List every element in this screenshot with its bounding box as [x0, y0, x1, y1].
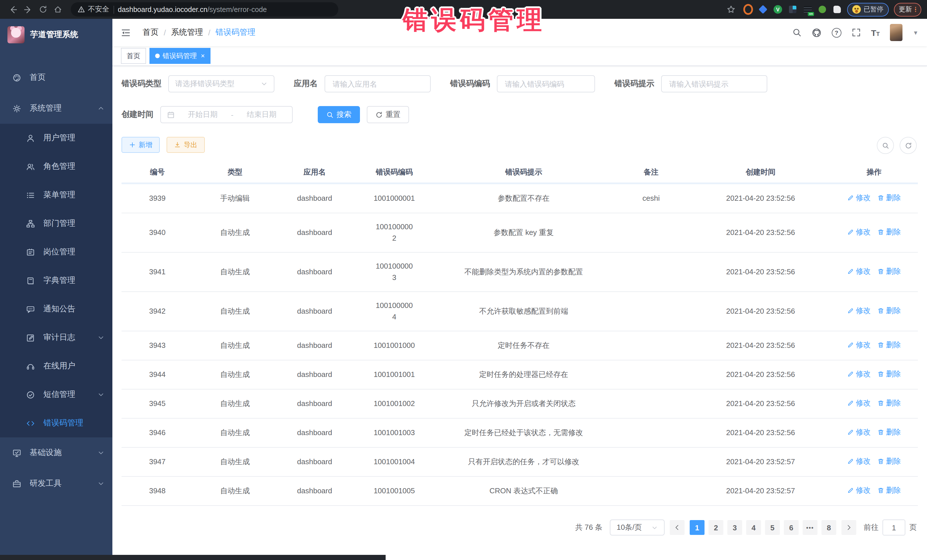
- user-avatar[interactable]: [890, 24, 903, 41]
- next-page-button[interactable]: [842, 520, 856, 535]
- fullscreen-icon[interactable]: [852, 28, 861, 37]
- table-row[interactable]: 3946自动生成dashboard1001001003定时任务已经处于该状态，无…: [122, 418, 918, 448]
- github-icon[interactable]: [812, 28, 821, 37]
- pagination-page[interactable]: 5: [765, 520, 780, 535]
- sidebar-item[interactable]: 系统管理: [0, 93, 112, 124]
- error-code-input[interactable]: [504, 79, 588, 89]
- edit-link[interactable]: 修改: [847, 456, 871, 467]
- delete-link[interactable]: 删除: [877, 305, 901, 317]
- page-size-select[interactable]: 10条/页: [610, 519, 664, 536]
- bookmark-star-icon[interactable]: [723, 2, 738, 17]
- delete-link[interactable]: 删除: [877, 398, 901, 409]
- pagination-page[interactable]: 8: [821, 520, 836, 535]
- show-search-icon[interactable]: [877, 137, 894, 154]
- sidebar-item[interactable]: 审计日志: [0, 323, 112, 352]
- table-row[interactable]: 3943自动生成dashboard1001001000定时任务不存在2021-0…: [122, 331, 918, 360]
- extension-icon[interactable]: [743, 5, 753, 14]
- search-button[interactable]: 搜索: [318, 106, 360, 123]
- error-type-select[interactable]: 请选择错误码类型: [168, 75, 274, 93]
- edit-link[interactable]: 修改: [847, 369, 871, 380]
- browser-forward-icon[interactable]: [21, 2, 35, 17]
- address-bar[interactable]: 不安全 dashboard.yudao.iocoder.cn/system/er…: [71, 2, 338, 17]
- edit-link[interactable]: 修改: [847, 192, 871, 203]
- pagination-page[interactable]: 6: [784, 520, 799, 535]
- sidebar-item[interactable]: 字典管理: [0, 266, 112, 295]
- edit-link[interactable]: 修改: [847, 398, 871, 409]
- edit-link[interactable]: 修改: [847, 305, 871, 317]
- delete-link[interactable]: 删除: [877, 426, 901, 438]
- breadcrumb-home[interactable]: 首页: [143, 27, 159, 38]
- sidebar-item[interactable]: 首页: [0, 62, 112, 93]
- breadcrumb-system[interactable]: 系统管理: [171, 27, 203, 38]
- extension-icon[interactable]: on: [802, 5, 812, 14]
- browser-menu-icon[interactable]: [915, 7, 916, 12]
- extension-icon[interactable]: [818, 5, 827, 14]
- sidebar-item[interactable]: 基础设施: [0, 437, 112, 468]
- header-search-icon[interactable]: [792, 28, 801, 37]
- font-size-icon[interactable]: TT: [871, 28, 880, 37]
- sidebar-item[interactable]: 研发工具: [0, 468, 112, 499]
- pagination-page[interactable]: 4: [746, 520, 761, 535]
- edit-link[interactable]: 修改: [847, 485, 871, 496]
- sidebar-item[interactable]: 短信管理: [0, 380, 112, 409]
- delete-link[interactable]: 删除: [877, 456, 901, 467]
- pagination-page[interactable]: 1: [690, 520, 705, 535]
- table-row[interactable]: 3940自动生成dashboard100100000 2参数配置 key 重复2…: [122, 213, 918, 252]
- edit-link[interactable]: 修改: [847, 266, 871, 277]
- browser-back-icon[interactable]: [6, 2, 21, 17]
- extensions-puzzle-icon[interactable]: [832, 5, 842, 14]
- delete-link[interactable]: 删除: [877, 266, 901, 277]
- sidebar-item[interactable]: 用户管理: [0, 124, 112, 152]
- tab-error-code[interactable]: 错误码管理 ×: [149, 48, 211, 64]
- sidebar-item[interactable]: 菜单管理: [0, 181, 112, 209]
- table-row[interactable]: 3947自动生成dashboard1001001004只有开启状态的任务，才可以…: [122, 448, 918, 477]
- browser-update-button[interactable]: 更新: [894, 3, 921, 16]
- sidebar-item[interactable]: 角色管理: [0, 152, 112, 181]
- browser-home-icon[interactable]: [50, 2, 65, 17]
- pagination-page[interactable]: 2: [708, 520, 723, 535]
- delete-link[interactable]: 删除: [877, 192, 901, 203]
- profile-paused-badge[interactable]: 已暂停: [847, 3, 889, 16]
- sidebar-item[interactable]: 通知公告: [0, 295, 112, 323]
- edit-link[interactable]: 修改: [847, 226, 871, 238]
- edit-link[interactable]: 修改: [847, 339, 871, 351]
- date-start-input[interactable]: 开始日期: [179, 109, 227, 120]
- goto-page-input[interactable]: [883, 519, 905, 536]
- close-tab-icon[interactable]: ×: [201, 52, 205, 59]
- extension-icon[interactable]: [758, 5, 768, 14]
- edit-link[interactable]: 修改: [847, 426, 871, 438]
- sidebar-item[interactable]: 在线用户: [0, 352, 112, 380]
- tab-home[interactable]: 首页: [121, 48, 146, 64]
- table-row[interactable]: 3945自动生成dashboard1001001002只允许修改为开启或者关闭状…: [122, 389, 918, 418]
- pagination-page[interactable]: 3: [727, 520, 742, 535]
- extension-icon[interactable]: V: [773, 5, 783, 14]
- delete-link[interactable]: 删除: [877, 226, 901, 238]
- extension-icon[interactable]: [788, 5, 798, 14]
- delete-link[interactable]: 删除: [877, 485, 901, 496]
- table-row[interactable]: 3939手动编辑dashboard1001000001参数配置不存在ceshi2…: [122, 183, 918, 213]
- date-end-input[interactable]: 结束日期: [237, 109, 286, 120]
- help-icon[interactable]: ?: [832, 28, 842, 37]
- sidebar-item[interactable]: 错误码管理: [0, 409, 112, 437]
- app-logo-row[interactable]: 芋道管理系统: [0, 19, 112, 51]
- app-name-input[interactable]: [331, 79, 424, 89]
- table-row[interactable]: 3942自动生成dashboard100100000 4不允许获取敏感配置到前端…: [122, 292, 918, 331]
- add-button[interactable]: 新增: [122, 137, 160, 153]
- export-button[interactable]: 导出: [167, 137, 205, 153]
- browser-reload-icon[interactable]: [35, 2, 50, 17]
- reset-button[interactable]: 重置: [367, 106, 409, 123]
- refresh-table-icon[interactable]: [900, 137, 917, 154]
- delete-link[interactable]: 删除: [877, 369, 901, 380]
- error-msg-input[interactable]: [668, 79, 760, 89]
- delete-link[interactable]: 删除: [877, 339, 901, 351]
- sidebar-item[interactable]: 部门管理: [0, 209, 112, 238]
- pagination-more[interactable]: •••: [802, 520, 818, 535]
- prev-page-button[interactable]: [670, 520, 685, 535]
- sidebar-item[interactable]: 岗位管理: [0, 238, 112, 266]
- chevron-down-icon[interactable]: ▼: [913, 29, 918, 36]
- table-row[interactable]: 3941自动生成dashboard100100000 3不能删除类型为系统内置的…: [122, 252, 918, 292]
- sidebar-toggle-icon[interactable]: [121, 28, 134, 37]
- date-range-picker[interactable]: 开始日期 - 结束日期: [160, 106, 293, 123]
- table-row[interactable]: 3948自动生成dashboard1001001005CRON 表达式不正确20…: [122, 477, 918, 505]
- table-row[interactable]: 3944自动生成dashboard1001001001定时任务的处理器已经存在2…: [122, 360, 918, 389]
